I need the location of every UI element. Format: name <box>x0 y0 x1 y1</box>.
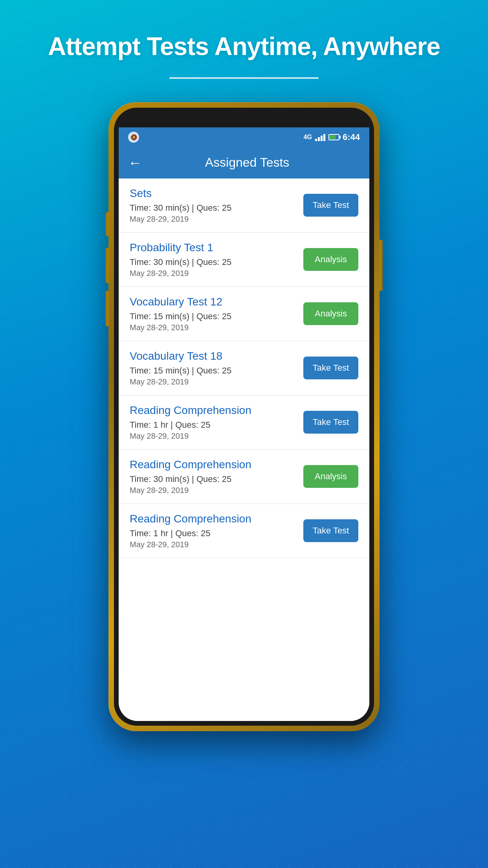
test-info: Reading ComprehensionTime: 1 hr | Ques: … <box>130 404 295 441</box>
hero-title: Attempt Tests Anytime, Anywhere <box>24 31 464 62</box>
list-item: SetsTime: 30 min(s) | Ques: 25May 28-29,… <box>119 178 369 233</box>
network-indicator: 4G <box>304 134 312 141</box>
list-item: Vocabulary Test 12Time: 15 min(s) | Ques… <box>119 287 369 341</box>
test-info: Reading ComprehensionTime: 1 hr | Ques: … <box>130 513 295 549</box>
take-test-button[interactable]: Take Test <box>303 519 358 542</box>
test-details: Time: 1 hr | Ques: 25 <box>130 528 295 539</box>
test-name: Reading Comprehension <box>130 404 295 417</box>
nav-bar: ← Assigned Tests <box>119 147 369 178</box>
test-name: Reading Comprehension <box>130 513 295 525</box>
test-details: Time: 1 hr | Ques: 25 <box>130 420 295 430</box>
signal-bar-3 <box>321 136 323 141</box>
analysis-button[interactable]: Analysis <box>303 302 358 325</box>
test-details: Time: 30 min(s) | Ques: 25 <box>130 474 295 484</box>
test-info: Vocabulary Test 12Time: 15 min(s) | Ques… <box>130 296 295 332</box>
clock: 6:44 <box>343 132 360 142</box>
test-date: May 28-29, 2019 <box>130 377 295 386</box>
test-date: May 28-29, 2019 <box>130 486 295 495</box>
list-item: Vocabulary Test 18Time: 15 min(s) | Ques… <box>119 341 369 395</box>
test-name: Probability Test 1 <box>130 241 295 254</box>
analysis-button[interactable]: Analysis <box>303 248 358 271</box>
silent-button <box>105 291 108 326</box>
test-details: Time: 30 min(s) | Ques: 25 <box>130 257 295 267</box>
test-date: May 28-29, 2019 <box>130 269 295 278</box>
status-bar: 🔕 4G 6:44 <box>119 127 369 147</box>
status-left: 🔕 <box>128 132 139 143</box>
phone-screen: 🔕 4G 6:44 ← <box>119 127 369 721</box>
phone-inner: 🔕 4G 6:44 ← <box>114 108 374 726</box>
test-name: Sets <box>130 187 295 200</box>
volume-up-button <box>105 212 108 236</box>
list-item: Reading ComprehensionTime: 1 hr | Ques: … <box>119 395 369 450</box>
battery-fill <box>330 135 336 139</box>
test-info: SetsTime: 30 min(s) | Ques: 25May 28-29,… <box>130 187 295 224</box>
take-test-button[interactable]: Take Test <box>303 194 358 217</box>
test-info: Probability Test 1Time: 30 min(s) | Ques… <box>130 241 295 278</box>
list-item: Reading ComprehensionTime: 1 hr | Ques: … <box>119 504 369 558</box>
take-test-button[interactable]: Take Test <box>303 411 358 434</box>
test-name: Reading Comprehension <box>130 458 295 471</box>
battery-icon <box>328 134 339 140</box>
notification-icon: 🔕 <box>128 132 139 143</box>
test-info: Vocabulary Test 18Time: 15 min(s) | Ques… <box>130 350 295 386</box>
signal-icon <box>315 133 325 141</box>
status-right: 4G 6:44 <box>304 132 360 142</box>
test-date: May 28-29, 2019 <box>130 540 295 549</box>
test-list: SetsTime: 30 min(s) | Ques: 25May 28-29,… <box>119 178 369 721</box>
signal-bar-2 <box>318 137 320 141</box>
signal-bar-4 <box>323 134 325 141</box>
signal-bar-1 <box>315 139 317 141</box>
analysis-button[interactable]: Analysis <box>303 465 358 488</box>
list-item: Probability Test 1Time: 30 min(s) | Ques… <box>119 233 369 287</box>
test-details: Time: 15 min(s) | Ques: 25 <box>130 366 295 376</box>
test-date: May 28-29, 2019 <box>130 323 295 332</box>
test-details: Time: 15 min(s) | Ques: 25 <box>130 311 295 322</box>
list-item: Reading ComprehensionTime: 30 min(s) | Q… <box>119 450 369 504</box>
power-button <box>380 240 383 291</box>
phone-frame: 🔕 4G 6:44 ← <box>108 102 380 731</box>
test-name: Vocabulary Test 18 <box>130 350 295 362</box>
test-info: Reading ComprehensionTime: 30 min(s) | Q… <box>130 458 295 495</box>
nav-title: Assigned Tests <box>149 155 346 170</box>
test-name: Vocabulary Test 12 <box>130 296 295 308</box>
take-test-button[interactable]: Take Test <box>303 357 358 379</box>
test-details: Time: 30 min(s) | Ques: 25 <box>130 203 295 213</box>
test-date: May 28-29, 2019 <box>130 215 295 224</box>
notch <box>205 108 283 123</box>
test-date: May 28-29, 2019 <box>130 432 295 441</box>
hero-divider <box>169 77 319 79</box>
volume-down-button <box>105 248 108 283</box>
back-button[interactable]: ← <box>128 154 142 171</box>
